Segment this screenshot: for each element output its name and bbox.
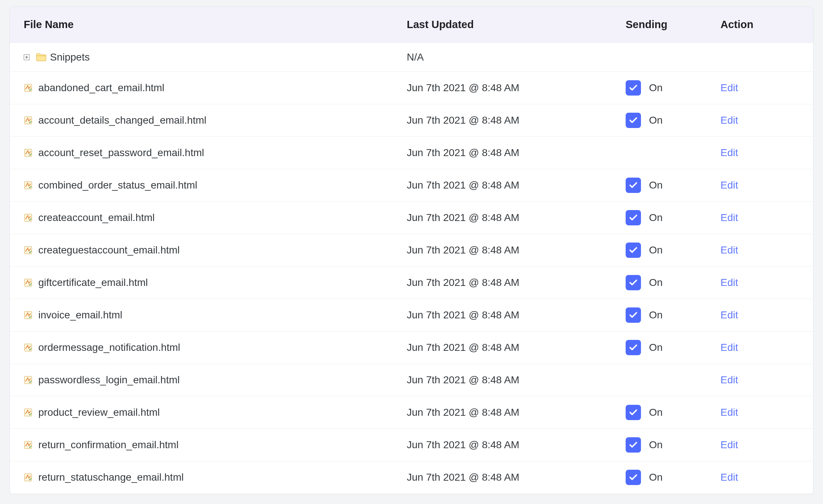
last-updated: Jun 7th 2021 @ 8:48 AM [407, 374, 519, 385]
sending-label: On [649, 407, 662, 418]
edit-link[interactable]: Edit [720, 147, 738, 158]
table-row: +SnippetsN/A [10, 43, 814, 72]
table-row: createguestaccount_email.htmlJun 7th 202… [10, 234, 814, 267]
sending-label: On [649, 277, 662, 288]
svg-rect-0 [24, 84, 32, 92]
sending-label: On [649, 342, 662, 353]
last-updated: Jun 7th 2021 @ 8:48 AM [407, 115, 519, 126]
edit-link[interactable]: Edit [720, 179, 738, 191]
sending-label: On [649, 439, 662, 451]
email-templates-panel: File Name Last Updated Sending Action +S… [9, 7, 814, 494]
html-file-icon [24, 116, 32, 125]
edit-link[interactable]: Edit [720, 115, 738, 126]
file-name[interactable]: createguestaccount_email.html [38, 244, 180, 256]
last-updated: Jun 7th 2021 @ 8:48 AM [407, 147, 519, 158]
table-row: giftcertificate_email.htmlJun 7th 2021 @… [10, 267, 814, 299]
table-row: passwordless_login_email.htmlJun 7th 202… [10, 364, 814, 396]
last-updated: Jun 7th 2021 @ 8:48 AM [407, 439, 519, 450]
svg-rect-6 [24, 279, 32, 286]
file-name[interactable]: passwordless_login_email.html [38, 374, 180, 386]
table-header-row: File Name Last Updated Sending Action [10, 7, 814, 43]
sending-label: On [649, 472, 662, 483]
folder-name[interactable]: Snippets [50, 51, 90, 63]
last-updated: Jun 7th 2021 @ 8:48 AM [407, 342, 519, 353]
html-file-icon [24, 311, 32, 319]
file-name[interactable]: abandoned_cart_email.html [38, 82, 165, 94]
file-name[interactable]: giftcertificate_email.html [38, 277, 148, 288]
edit-link[interactable]: Edit [720, 439, 738, 450]
sending-checkbox[interactable] [626, 113, 641, 128]
svg-rect-10 [24, 409, 32, 416]
file-name[interactable]: account_details_changed_email.html [38, 115, 206, 126]
file-name[interactable]: invoice_email.html [38, 309, 122, 321]
last-updated: N/A [407, 51, 424, 63]
edit-link[interactable]: Edit [720, 374, 738, 385]
file-name[interactable]: combined_order_status_email.html [38, 179, 197, 191]
table-row: ordermessage_notification.htmlJun 7th 20… [10, 332, 814, 364]
check-icon [629, 278, 638, 287]
svg-rect-11 [24, 441, 32, 449]
edit-link[interactable]: Edit [720, 407, 738, 418]
sending-checkbox[interactable] [626, 307, 641, 323]
table-row: abandoned_cart_email.htmlJun 7th 2021 @ … [10, 72, 814, 104]
sending-checkbox[interactable] [626, 80, 641, 96]
svg-rect-2 [24, 149, 32, 156]
edit-link[interactable]: Edit [720, 82, 738, 93]
last-updated: Jun 7th 2021 @ 8:48 AM [407, 277, 519, 288]
table-row: product_review_email.htmlJun 7th 2021 @ … [10, 396, 814, 429]
sending-checkbox[interactable] [626, 405, 641, 420]
sending-checkbox[interactable] [626, 470, 641, 485]
col-header-action: Action [707, 7, 814, 43]
table-row: account_details_changed_email.htmlJun 7t… [10, 104, 814, 137]
check-icon [629, 473, 638, 482]
svg-rect-8 [24, 344, 32, 351]
edit-link[interactable]: Edit [720, 342, 738, 353]
html-file-icon [24, 148, 32, 157]
edit-link[interactable]: Edit [720, 277, 738, 288]
sending-checkbox[interactable] [626, 243, 641, 258]
check-icon [629, 343, 638, 352]
check-icon [629, 310, 638, 320]
sending-checkbox[interactable] [626, 210, 641, 225]
check-icon [629, 245, 638, 255]
col-header-last-updated[interactable]: Last Updated [393, 7, 612, 43]
file-name[interactable]: ordermessage_notification.html [38, 342, 180, 353]
expand-icon[interactable]: + [24, 54, 30, 60]
last-updated: Jun 7th 2021 @ 8:48 AM [407, 82, 519, 93]
sending-checkbox[interactable] [626, 437, 641, 453]
col-header-sending[interactable]: Sending [612, 7, 707, 43]
html-file-icon [24, 473, 32, 482]
sending-label: On [649, 309, 662, 321]
html-file-icon [24, 213, 32, 222]
col-header-file-name[interactable]: File Name [10, 7, 393, 43]
sending-checkbox[interactable] [626, 275, 641, 290]
edit-link[interactable]: Edit [720, 244, 738, 256]
check-icon [629, 116, 638, 125]
file-name[interactable]: account_reset_password_email.html [38, 147, 204, 159]
sending-label: On [649, 212, 662, 224]
file-name[interactable]: createaccount_email.html [38, 212, 155, 224]
check-icon [629, 213, 638, 222]
sending-label: On [649, 179, 662, 191]
html-file-icon [24, 181, 32, 190]
file-name[interactable]: return_confirmation_email.html [38, 439, 178, 451]
table-row: return_confirmation_email.htmlJun 7th 20… [10, 429, 814, 461]
edit-link[interactable]: Edit [720, 472, 738, 483]
sending-checkbox[interactable] [626, 178, 641, 193]
sending-label: On [649, 82, 662, 94]
html-file-icon [24, 246, 32, 255]
last-updated: Jun 7th 2021 @ 8:48 AM [407, 309, 519, 321]
table-row: account_reset_password_email.htmlJun 7th… [10, 137, 814, 169]
sending-label: On [649, 115, 662, 126]
table-row: invoice_email.htmlJun 7th 2021 @ 8:48 AM… [10, 299, 814, 332]
svg-rect-3 [24, 182, 32, 189]
svg-rect-12 [24, 474, 32, 481]
file-name[interactable]: product_review_email.html [38, 407, 160, 418]
last-updated: Jun 7th 2021 @ 8:48 AM [407, 179, 519, 191]
html-file-icon [24, 343, 32, 352]
last-updated: Jun 7th 2021 @ 8:48 AM [407, 244, 519, 256]
sending-checkbox[interactable] [626, 340, 641, 355]
edit-link[interactable]: Edit [720, 212, 738, 223]
edit-link[interactable]: Edit [720, 309, 738, 321]
file-name[interactable]: return_statuschange_email.html [38, 472, 183, 483]
